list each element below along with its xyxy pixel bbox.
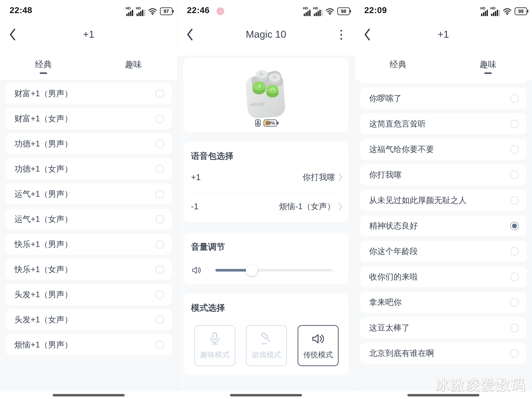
mode-button-game[interactable]: 游戏模式 <box>246 325 287 366</box>
radio-button[interactable] <box>156 290 164 299</box>
home-indicator[interactable] <box>53 394 125 396</box>
radio-button[interactable] <box>510 94 519 103</box>
list-item[interactable]: 这简直危言耸听 <box>360 114 526 134</box>
signal-icon: HD <box>126 6 133 16</box>
status-bar: 22:09 HD HD 99 <box>355 0 532 20</box>
page-title: +1 <box>0 28 177 40</box>
voice-list: 你啰嗦了 这简直危言耸听 这福气给你要不要 你打我噻 从未见过如此厚颜无耻之人 … <box>355 80 532 391</box>
list-item[interactable]: 烦恼+1（男声） <box>6 334 172 355</box>
signal2-icon: HD <box>136 6 145 16</box>
card-title: 音量调节 <box>191 241 225 253</box>
tab-classic[interactable]: 经典 <box>35 59 52 70</box>
tab-bar: 经典 趣味 <box>0 55 177 80</box>
list-item[interactable]: 你啰嗦了 <box>360 88 526 109</box>
tab-fun[interactable]: 趣味 <box>480 59 497 70</box>
list-item[interactable]: 快乐+1（女声） <box>6 259 172 280</box>
list-item[interactable]: 这福气给你要不要 <box>360 139 526 160</box>
radio-button[interactable] <box>156 190 164 198</box>
radio-button[interactable] <box>156 265 164 274</box>
volume-speaker-icon <box>191 265 202 276</box>
voice-pack-card: 语音包选择 +1 你打我噻 -1 烦恼-1（女声） <box>184 142 348 222</box>
chevron-right-icon <box>338 202 343 210</box>
radio-button[interactable] <box>156 316 164 324</box>
mode-button-fun[interactable]: 趣味模式 <box>194 325 235 366</box>
radio-button[interactable] <box>510 120 519 128</box>
list-item[interactable]: 财富+1（女声） <box>6 108 172 129</box>
product-card: -1 +1 Allway 39% <box>184 58 348 132</box>
page-title: +1 <box>355 28 532 40</box>
device-speaker-icon <box>255 119 261 127</box>
status-bar: 22:48 HD HD 97 <box>0 0 177 20</box>
volume-slider-fill <box>215 269 252 272</box>
list-item[interactable]: 快乐+1（男声） <box>6 234 172 255</box>
more-menu-icon[interactable] <box>340 27 342 42</box>
list-item[interactable]: 拿来吧你 <box>360 292 526 313</box>
chevron-right-icon <box>338 173 343 181</box>
scrolled-item-partial <box>360 80 526 83</box>
list-item[interactable]: 头发+1（女声） <box>6 309 172 330</box>
list-item[interactable]: 头发+1（男声） <box>6 284 172 305</box>
radio-button[interactable] <box>510 247 519 256</box>
radio-button[interactable] <box>510 298 519 307</box>
list-item[interactable]: 从未见过如此厚颜无耻之人 <box>360 190 526 211</box>
wifi-icon <box>148 7 157 15</box>
card-title: 语音包选择 <box>191 150 234 162</box>
radio-button[interactable] <box>156 89 164 98</box>
speaker-icon <box>311 332 325 346</box>
list-item[interactable]: 北京到底有谁在啊 <box>360 343 526 364</box>
radio-button[interactable] <box>510 145 519 154</box>
card-title: 模式选择 <box>191 302 225 314</box>
list-item[interactable]: 这豆太棒了 <box>360 317 526 338</box>
list-item[interactable]: 收你们的来啦 <box>360 266 526 287</box>
radio-button[interactable] <box>156 240 164 249</box>
tab-bar: 经典 趣味 <box>355 55 532 80</box>
mode-button-traditional[interactable]: 传统模式 <box>298 325 339 366</box>
panel-device-control: 22:46 ♪ HD HD 98 Magic 10 <box>177 0 355 399</box>
list-item[interactable]: 运气+1（男声） <box>6 184 172 204</box>
volume-slider-thumb[interactable] <box>246 264 258 276</box>
signal-icon: HD <box>481 6 488 16</box>
tab-fun[interactable]: 趣味 <box>125 59 142 70</box>
home-indicator[interactable] <box>230 394 302 396</box>
panel-voice-list-fun: 22:09 HD HD 99 +1 经典 趣味 你啰嗦了 这简直危言耸听 这福气… <box>355 0 532 399</box>
volume-card: 音量调节 <box>184 233 348 285</box>
signal2-icon: HD <box>491 6 500 16</box>
volume-slider[interactable] <box>215 269 332 272</box>
radio-button[interactable] <box>510 273 519 281</box>
nav-bar: Magic 10 <box>177 24 355 46</box>
list-item[interactable]: 运气+1（女声） <box>6 209 172 230</box>
tab-classic[interactable]: 经典 <box>390 59 406 70</box>
device-page-body: -1 +1 Allway 39% <box>177 55 355 391</box>
list-item-selected[interactable]: 精神状态良好 <box>360 215 526 236</box>
list-item[interactable]: 你这个年龄段 <box>360 241 526 262</box>
screenshot-canvas: 22:48 HD HD 97 +1 经典 趣味 财富+1（男声） 财富+1（女声… <box>0 0 532 399</box>
status-time: 22:48 <box>10 5 32 15</box>
radio-button[interactable] <box>510 171 519 179</box>
voice-list: 财富+1（男声） 财富+1（女声） 功德+1（男声） 功德+1（女声） 运气+1… <box>0 80 177 391</box>
radio-button[interactable] <box>156 341 164 349</box>
list-item[interactable]: 你打我噻 <box>360 165 526 185</box>
gavel-icon <box>259 332 273 346</box>
radio-button-selected[interactable] <box>510 222 519 230</box>
radio-button[interactable] <box>156 215 164 223</box>
battery-icon: 98 <box>337 7 350 15</box>
mode-card: 模式选择 趣味模式 游戏模式 <box>184 294 348 375</box>
voice-pack-row-plus[interactable]: +1 你打我噻 <box>191 169 343 185</box>
radio-button[interactable] <box>510 196 519 205</box>
product-image: -1 +1 Allway <box>229 59 303 120</box>
wifi-icon <box>503 7 512 15</box>
mic-icon <box>208 332 222 346</box>
radio-button[interactable] <box>156 165 164 173</box>
voice-pack-row-minus[interactable]: -1 烦恼-1（女声） <box>191 198 343 215</box>
list-item[interactable]: 财富+1（男声） <box>6 83 172 104</box>
recording-indicator-icon: ♪ <box>216 7 224 15</box>
radio-button[interactable] <box>510 349 519 358</box>
radio-button[interactable] <box>156 140 164 148</box>
page-title: Magic 10 <box>177 28 355 40</box>
status-time: 22:46 <box>187 5 210 15</box>
radio-button[interactable] <box>156 114 164 123</box>
list-item[interactable]: 功德+1（女声） <box>6 158 172 179</box>
list-item[interactable]: 功德+1（男声） <box>6 133 172 154</box>
device-battery-badge: 39% <box>264 120 277 127</box>
radio-button[interactable] <box>510 324 519 332</box>
